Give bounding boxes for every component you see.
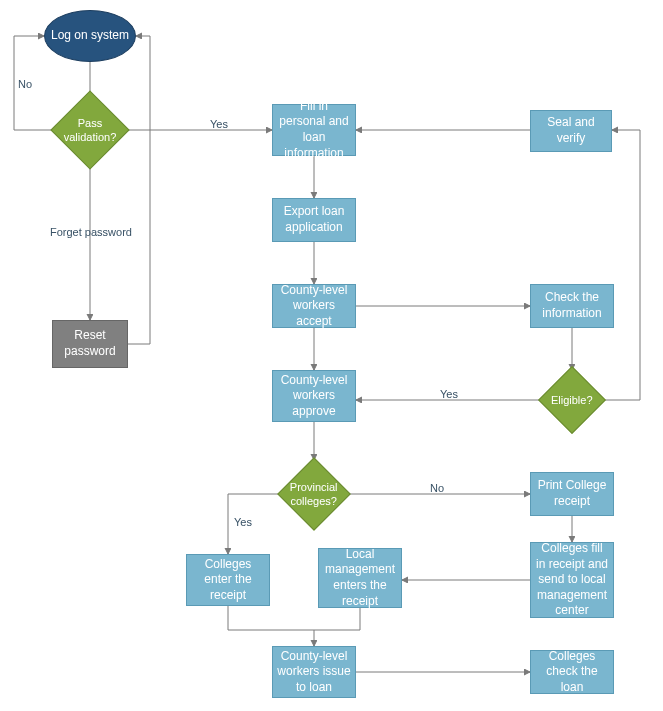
export-loan-label: Export loan application [277, 204, 351, 235]
colleges-enter-node: Colleges enter the receipt [186, 554, 270, 606]
print-receipt-label: Print College receipt [535, 478, 609, 509]
colleges-check-node: Colleges check the loan [530, 650, 614, 694]
county-accept-node: County-level workers accept [272, 284, 356, 328]
forget-password-label: Forget password [50, 226, 132, 238]
check-info-node: Check the information [530, 284, 614, 328]
county-issue-node: County-level workers issue to loan [272, 646, 356, 698]
edge-label-no: No [18, 78, 32, 90]
county-approve-node: County-level workers approve [272, 370, 356, 422]
reset-password-label: Reset password [57, 328, 123, 359]
edge-label-yes: Yes [210, 118, 228, 130]
edge-label-no-2: No [430, 482, 444, 494]
eligible-label: Eligible? [551, 393, 593, 407]
colleges-enter-label: Colleges enter the receipt [191, 557, 265, 604]
start-node: Log on system [44, 10, 136, 62]
pass-validation-label: Pass validation? [64, 116, 117, 145]
edge-label-yes-3: Yes [234, 516, 252, 528]
start-label: Log on system [51, 28, 129, 44]
print-receipt-node: Print College receipt [530, 472, 614, 516]
county-issue-label: County-level workers issue to loan [277, 649, 351, 696]
seal-verify-node: Seal and verify [530, 110, 612, 152]
reset-password-node: Reset password [52, 320, 128, 368]
flowchart-canvas: Log on system Pass validation? Forget pa… [0, 0, 663, 711]
fill-info-label: Fill in personal and loan information [277, 99, 351, 161]
export-loan-node: Export loan application [272, 198, 356, 242]
fill-info-node: Fill in personal and loan information [272, 104, 356, 156]
colleges-send-node: Colleges fill in receipt and send to loc… [530, 542, 614, 618]
county-approve-label: County-level workers approve [277, 373, 351, 420]
county-accept-label: County-level workers accept [277, 283, 351, 330]
edge-label-yes-2: Yes [440, 388, 458, 400]
check-info-label: Check the information [535, 290, 609, 321]
local-management-label: Local management enters the receipt [323, 547, 397, 609]
provincial-label: Provincial colleges? [290, 480, 338, 509]
seal-verify-label: Seal and verify [535, 115, 607, 146]
colleges-check-label: Colleges check the loan [535, 649, 609, 696]
local-management-node: Local management enters the receipt [318, 548, 402, 608]
colleges-send-label: Colleges fill in receipt and send to loc… [535, 541, 609, 619]
